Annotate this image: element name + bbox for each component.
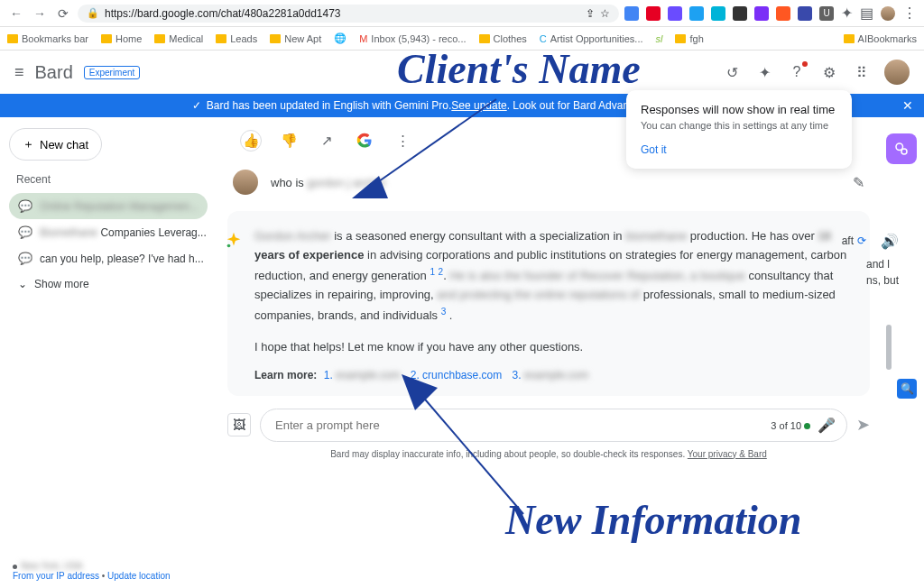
disclaimer-text: Bard may display inaccurate info, includ… [227,449,870,459]
ext-icon[interactable] [624,6,639,21]
svg-point-2 [901,149,907,154]
sidebar-footer: New York, USA From your IP address • Upd… [13,561,171,581]
chrome-menu-icon[interactable]: ⋮ [902,5,917,22]
bookmark-inbox[interactable]: MInbox (5,943) - reco... [359,33,466,44]
ext-icon[interactable] [733,6,747,21]
edit-query-icon[interactable]: ✎ [853,174,864,191]
source-link[interactable]: 3. example.com [513,369,589,381]
history-icon[interactable]: ↺ [722,62,742,82]
hamburger-menu-icon[interactable]: ≡ [14,63,24,82]
prompt-counter: 3 of 10 [771,420,810,431]
bookmark-item[interactable]: Leads [216,33,257,44]
thumbs-down-icon[interactable]: 👎 [278,130,300,152]
right-rail-search[interactable]: 🔍 [897,379,917,399]
chat-item-label: can you help, please? I've had h... [40,253,204,265]
prompt-row: 🖼 3 of 10 🎤 ➤ [227,409,870,442]
gmail-icon: M [359,33,367,44]
chat-item-label: Online Reputation Managemen... [40,200,199,213]
share-icon[interactable]: ↗ [316,130,337,152]
extensions-menu-icon[interactable]: ✦ [841,5,853,22]
learn-more-row: Learn more: 1. example.com 2. crunchbase… [254,367,852,384]
extension-icons: U ✦ ▤ ⋮ [624,5,917,22]
privacy-link[interactable]: Your privacy & Bard [688,449,767,459]
bookmark-item[interactable]: Home [101,33,142,44]
ip-address-link[interactable]: From your IP address [13,571,99,581]
extensions-icon[interactable]: ✦ [754,62,774,82]
bookmark-item[interactable]: New Apt [270,33,321,44]
bookmark-item[interactable]: Medical [154,33,203,44]
share-icon[interactable]: ⇪ [586,7,595,20]
chat-item[interactable]: 💬 Biomethane Companies Leverag... [9,219,208,245]
earth-icon: 🌐 [334,32,346,44]
bookmark-item[interactable]: fgh [675,33,703,44]
add-image-button[interactable]: 🖼 [227,413,251,436]
chat-item-label: Biomethane Companies Leverag... [40,226,207,239]
apps-grid-icon[interactable]: ⠿ [852,62,872,82]
folder-icon [216,34,226,43]
google-icon[interactable] [354,130,375,152]
thumbs-up-icon[interactable]: 👍 [240,130,262,152]
realtime-popup: Responses will now show in real time You… [626,90,852,169]
bookmark-item[interactable]: AIBookmarks [844,33,917,44]
folder-icon [675,34,686,43]
experiment-badge: Experiment [84,66,141,79]
nav-back-button[interactable]: ← [7,5,25,23]
new-chat-button[interactable]: ＋ New chat [9,128,102,161]
ext-icon[interactable] [754,6,769,21]
help-icon[interactable]: ? [787,62,807,82]
folder-icon [479,34,490,43]
ext-icon[interactable] [668,6,682,21]
mic-icon[interactable]: 🎤 [818,417,836,434]
prompt-input-wrapper: 3 of 10 🎤 [260,409,847,442]
star-icon[interactable]: ☆ [600,7,610,20]
ext-icon[interactable] [689,6,704,21]
refresh-icon[interactable]: ⟳ [857,234,866,247]
draft-label[interactable]: aft ⟳ [842,234,866,247]
update-location-link[interactable]: Update location [107,571,171,581]
prompt-input[interactable] [275,418,765,432]
source-link[interactable]: 1. example.com [324,369,401,381]
chat-content: 👍 👎 ↗ ⋮ who is gordon j archer ✎ Gordon … [217,117,924,588]
ext-icon[interactable]: U [819,6,834,21]
nav-reload-button[interactable]: ⟳ [54,5,72,23]
see-update-link[interactable]: See update [451,99,506,112]
bookmark-item[interactable]: 🌐 [334,32,346,44]
bookmark-item[interactable]: CArtist Opportunities... [540,33,643,44]
address-bar[interactable]: 🔒 https://bard.google.com/chat/480a2281a… [78,5,619,23]
folder-icon [270,34,281,43]
banner-close-icon[interactable]: ✕ [902,98,913,113]
popup-gotit-button[interactable]: Got it [641,143,837,156]
followup-text: I hope that helps! Let me know if you ha… [254,338,852,357]
bard-spark-icon [224,231,244,251]
bookmark-item[interactable]: Bookmarks bar [7,33,88,44]
ext-icon[interactable] [776,6,790,21]
settings-gear-icon[interactable]: ⚙ [819,62,839,82]
pinterest-icon[interactable] [646,6,661,21]
profile-avatar[interactable] [881,6,895,21]
right-rail-widget[interactable] [886,133,917,164]
bookmark-item[interactable]: sl [656,33,663,44]
user-query-text: who is gordon j archer [271,176,386,189]
response-card: Gordon Archer is a seasoned energy consu… [227,211,870,396]
plus-icon: ＋ [23,136,34,152]
ext-icon[interactable] [798,6,812,21]
svg-point-0 [227,244,231,248]
folder-icon [844,34,855,43]
folder-icon [7,34,18,43]
chat-icon: 💬 [18,252,32,265]
nav-forward-button[interactable]: → [31,5,49,23]
ext-icon[interactable] [711,6,725,21]
more-menu-icon[interactable]: ⋮ [392,130,413,152]
main-layout: ＋ New chat Recent 💬 Online Reputation Ma… [0,117,924,588]
reading-list-icon[interactable]: ▤ [860,5,873,22]
send-button[interactable]: ➤ [856,415,870,435]
bookmark-item[interactable]: Clothes [479,33,527,44]
scrollbar-thumb[interactable] [886,325,892,370]
source-link[interactable]: 2. crunchbase.com [411,369,502,381]
volume-icon[interactable]: 🔊 [881,233,899,250]
check-icon: ✓ [192,99,201,112]
chat-item[interactable]: 💬 Online Reputation Managemen... [9,193,208,219]
user-avatar[interactable] [884,60,910,85]
show-more-button[interactable]: ⌄ Show more [9,271,208,297]
chat-item[interactable]: 💬 can you help, please? I've had h... [9,245,208,271]
